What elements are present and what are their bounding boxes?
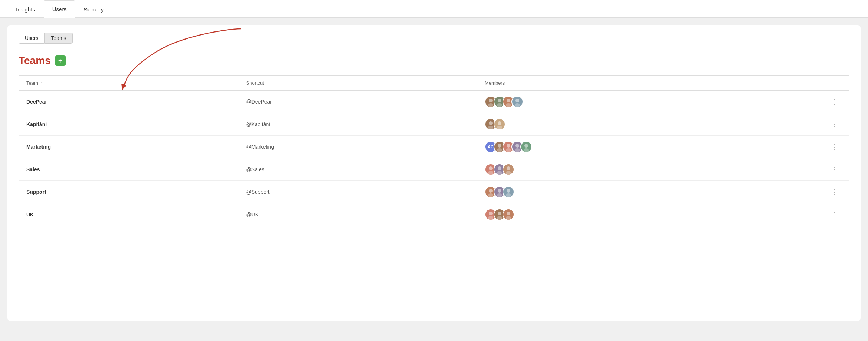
svg-point-8 — [515, 103, 520, 107]
table-row: Support@Support ⋮ — [19, 181, 849, 203]
shortcut-cell: @Marketing — [239, 136, 478, 158]
team-name: Support — [26, 189, 46, 195]
members-cell — [477, 181, 824, 203]
column-header-actions — [824, 76, 849, 91]
members-cell — [477, 91, 824, 113]
members-cell: AC — [477, 136, 824, 158]
svg-point-32 — [506, 193, 511, 197]
svg-point-23 — [498, 166, 501, 170]
team-name: Marketing — [26, 144, 51, 150]
teams-table: Team ↑ Shortcut Members DeePear@DeePear — [19, 75, 849, 226]
svg-point-12 — [497, 126, 502, 129]
table-row: Sales@Sales ⋮ — [19, 158, 849, 181]
tab-insights[interactable]: Insights — [7, 1, 44, 18]
subtab-teams[interactable]: Teams — [45, 33, 73, 44]
svg-point-20 — [524, 148, 529, 152]
table-row: Kapitáni@Kapitáni ⋮ — [19, 113, 849, 136]
row-more-button[interactable]: ⋮ — [831, 98, 842, 106]
svg-point-17 — [515, 144, 519, 148]
team-name-cell: Marketing — [19, 136, 239, 158]
row-actions-cell: ⋮ — [824, 158, 849, 181]
shortcut-value: @Support — [246, 189, 270, 195]
svg-point-33 — [489, 212, 493, 215]
shortcut-cell: @UK — [239, 203, 478, 226]
team-name: DeePear — [26, 99, 47, 105]
member-avatar — [503, 163, 514, 175]
shortcut-value: @DeePear — [246, 99, 272, 105]
sort-arrow-icon: ↑ — [41, 81, 43, 85]
svg-point-28 — [488, 193, 493, 197]
table-row: DeePear@DeePear ⋮ — [19, 91, 849, 113]
row-actions-cell: ⋮ — [824, 203, 849, 226]
svg-point-11 — [498, 121, 501, 125]
add-team-button[interactable]: + — [55, 55, 66, 66]
members-cell — [477, 158, 824, 181]
row-more-button[interactable]: ⋮ — [831, 143, 842, 151]
team-name-cell: DeePear — [19, 91, 239, 113]
svg-point-14 — [497, 148, 502, 152]
sub-tabs: Users Teams — [19, 33, 849, 44]
svg-point-15 — [507, 144, 510, 148]
svg-point-10 — [488, 126, 493, 129]
shortcut-value: @Marketing — [246, 144, 274, 150]
svg-point-4 — [497, 103, 502, 107]
team-name: Kapitáni — [26, 121, 47, 127]
row-more-button[interactable]: ⋮ — [831, 165, 842, 173]
svg-point-35 — [498, 212, 501, 215]
row-actions-cell: ⋮ — [824, 181, 849, 203]
svg-point-36 — [497, 216, 502, 220]
row-more-button[interactable]: ⋮ — [831, 120, 842, 128]
svg-point-1 — [489, 99, 493, 102]
table-row: Marketing@MarketingAC ⋮ — [19, 136, 849, 158]
subtab-users[interactable]: Users — [19, 33, 45, 44]
main-content: Users Teams Teams + Team ↑ Shortcut Memb… — [7, 25, 861, 321]
svg-point-9 — [489, 121, 493, 125]
shortcut-cell: @Sales — [239, 158, 478, 181]
svg-point-38 — [506, 216, 511, 220]
members-cell — [477, 113, 824, 136]
svg-point-19 — [524, 144, 528, 148]
svg-point-27 — [489, 189, 493, 193]
top-navigation: Insights Users Security — [0, 0, 868, 18]
svg-point-18 — [515, 148, 520, 152]
svg-point-7 — [515, 99, 519, 102]
column-header-members: Members — [477, 76, 824, 91]
row-actions-cell: ⋮ — [824, 91, 849, 113]
svg-point-5 — [507, 99, 510, 102]
team-name: UK — [26, 212, 34, 217]
team-name-cell: UK — [19, 203, 239, 226]
svg-point-6 — [506, 103, 511, 107]
shortcut-value: @Sales — [246, 166, 264, 172]
shortcut-cell: @DeePear — [239, 91, 478, 113]
row-more-button[interactable]: ⋮ — [831, 188, 842, 196]
member-avatar — [520, 141, 532, 153]
svg-point-30 — [497, 193, 502, 197]
team-name-cell: Kapitáni — [19, 113, 239, 136]
svg-point-13 — [498, 144, 501, 148]
svg-point-34 — [488, 216, 493, 220]
svg-point-3 — [498, 99, 501, 102]
teams-header: Teams + — [19, 55, 849, 67]
svg-point-26 — [506, 171, 511, 175]
column-header-team[interactable]: Team ↑ — [19, 76, 239, 91]
teams-title: Teams — [19, 55, 51, 67]
row-more-button[interactable]: ⋮ — [831, 210, 842, 219]
team-name-cell: Support — [19, 181, 239, 203]
svg-point-16 — [506, 148, 511, 152]
svg-point-24 — [497, 171, 502, 175]
shortcut-cell: @Kapitáni — [239, 113, 478, 136]
team-name-cell: Sales — [19, 158, 239, 181]
tab-security[interactable]: Security — [75, 1, 112, 18]
tab-users[interactable]: Users — [44, 0, 75, 18]
svg-point-2 — [488, 103, 493, 107]
column-header-shortcut: Shortcut — [239, 76, 478, 91]
table-header-row: Team ↑ Shortcut Members — [19, 76, 849, 91]
svg-point-29 — [498, 189, 501, 193]
member-avatar — [503, 186, 514, 198]
svg-point-22 — [488, 171, 493, 175]
members-cell — [477, 203, 824, 226]
member-avatar — [494, 118, 505, 130]
svg-point-25 — [507, 166, 510, 170]
row-actions-cell: ⋮ — [824, 113, 849, 136]
svg-point-37 — [507, 212, 510, 215]
